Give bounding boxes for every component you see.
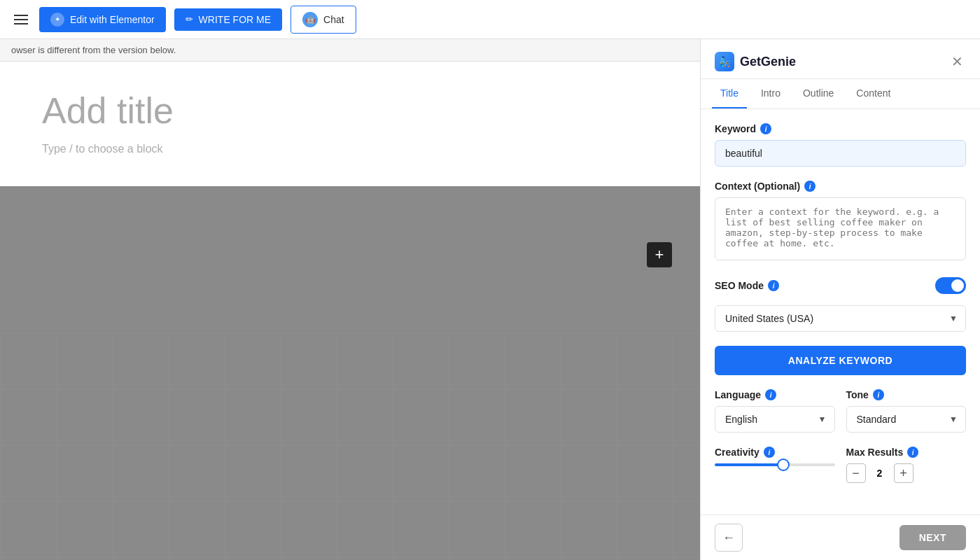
logo-icon: 🧞 [715, 52, 734, 71]
pencil-icon: ✏ [186, 14, 193, 24]
max-results-info-icon[interactable]: i [907, 447, 918, 458]
max-results-field-group: Max Results i − 2 + [846, 447, 967, 483]
context-textarea[interactable] [715, 197, 966, 260]
panel-header: 🧞 GetGenie ✕ [701, 39, 980, 79]
language-tone-row: Language i English Spanish French German… [715, 389, 966, 433]
creativity-slider-thumb[interactable] [777, 458, 790, 471]
hamburger-icon[interactable] [11, 12, 31, 27]
tab-content[interactable]: Content [848, 79, 899, 108]
tab-outline[interactable]: Outline [794, 79, 842, 108]
panel-tabs: Title Intro Outline Content [701, 79, 980, 109]
next-button[interactable]: NEXT [899, 525, 966, 550]
add-block-button[interactable]: + [647, 242, 672, 267]
editor-bg-section [0, 186, 700, 560]
max-results-increment[interactable]: + [894, 463, 913, 483]
tone-field-group: Tone i Standard Formal Casual Creative ▼ [846, 389, 967, 433]
close-button[interactable]: ✕ [948, 50, 966, 73]
creativity-label: Creativity i [715, 447, 835, 458]
write-for-me-label: WRITE FOR ME [199, 14, 271, 25]
language-select-wrapper: English Spanish French German ▼ [715, 406, 835, 433]
logo-text: GetGenie [740, 55, 796, 69]
edit-elementor-button[interactable]: ✦ Edit with Elementor [39, 7, 166, 32]
keyword-info-icon[interactable]: i [760, 123, 771, 134]
editor-block-placeholder: Type / to choose a block [42, 143, 658, 155]
chat-label: Chat [323, 14, 344, 25]
tone-info-icon[interactable]: i [873, 389, 884, 400]
language-info-icon[interactable]: i [765, 389, 776, 400]
max-results-label: Max Results i [846, 447, 967, 458]
tab-title[interactable]: Title [712, 79, 747, 108]
keyword-label: Keyword i [715, 123, 966, 134]
country-field-group: United States (USA) United Kingdom Canad… [715, 305, 966, 332]
editor-canvas[interactable]: Add title Type / to choose a block [0, 62, 700, 202]
back-button[interactable]: ← [715, 524, 743, 552]
seo-mode-toggle[interactable] [935, 277, 966, 294]
language-label: Language i [715, 389, 835, 400]
creativity-slider-track[interactable] [715, 463, 835, 466]
max-results-stepper: − 2 + [846, 463, 967, 483]
max-results-decrement[interactable]: − [846, 463, 866, 483]
tone-select[interactable]: Standard Formal Casual Creative [846, 406, 967, 433]
browser-notice-text: owser is different from the version belo… [11, 45, 176, 55]
browser-notice: owser is different from the version belo… [0, 39, 700, 62]
analyze-keyword-button[interactable]: ANALYZE KEYWORD [715, 346, 966, 375]
panel-logo: 🧞 GetGenie [715, 52, 796, 71]
main-layout: owser is different from the version belo… [0, 39, 980, 560]
top-bar: ✦ Edit with Elementor ✏ WRITE FOR ME 🤖 C… [0, 0, 980, 39]
back-icon: ← [722, 531, 735, 545]
editor-title-placeholder[interactable]: Add title [42, 90, 658, 132]
toggle-knob [951, 279, 964, 292]
tone-label: Tone i [846, 389, 967, 400]
language-select[interactable]: English Spanish French German [715, 406, 835, 433]
creativity-field-group: Creativity i [715, 447, 835, 472]
language-field-group: Language i English Spanish French German… [715, 389, 835, 433]
chat-button[interactable]: 🤖 Chat [290, 6, 356, 34]
seo-mode-info-icon[interactable]: i [768, 280, 779, 291]
seo-mode-row: SEO Mode i [715, 277, 966, 294]
panel-bottom: ← NEXT [701, 514, 980, 560]
right-panel: 🧞 GetGenie ✕ Title Intro Outline Content… [700, 39, 980, 560]
editor-grid-overlay [0, 333, 700, 560]
next-label: NEXT [919, 532, 946, 543]
country-select-wrapper: United States (USA) United Kingdom Canad… [715, 305, 966, 332]
tone-select-wrapper: Standard Formal Casual Creative ▼ [846, 406, 967, 433]
creativity-info-icon[interactable]: i [764, 447, 775, 458]
edit-elementor-label: Edit with Elementor [70, 14, 155, 25]
panel-content: Keyword i Context (Optional) i SEO Mode … [701, 109, 980, 514]
context-field-group: Context (Optional) i [715, 181, 966, 263]
editor-area: owser is different from the version belo… [0, 39, 700, 560]
country-select[interactable]: United States (USA) United Kingdom Canad… [715, 305, 966, 332]
context-info-icon[interactable]: i [804, 181, 816, 192]
tab-intro[interactable]: Intro [752, 79, 789, 108]
context-label: Context (Optional) i [715, 181, 966, 192]
elementor-icon: ✦ [50, 13, 64, 27]
chat-avatar-icon: 🤖 [302, 12, 318, 27]
seo-mode-label: SEO Mode i [715, 280, 779, 291]
max-results-value: 2 [873, 468, 887, 479]
keyword-input[interactable] [715, 140, 966, 167]
keyword-field-group: Keyword i [715, 123, 966, 167]
creativity-maxresults-row: Creativity i Max Results i − 2 [715, 447, 966, 483]
write-for-me-button[interactable]: ✏ WRITE FOR ME [174, 8, 282, 31]
